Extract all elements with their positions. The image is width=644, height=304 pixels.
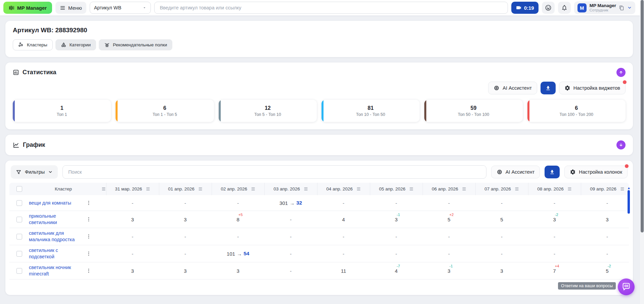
download-statistics-button[interactable] (541, 82, 556, 94)
filters-button[interactable]: Фильтры (11, 165, 58, 179)
cluster-link[interactable]: вещи для комнаты (29, 200, 82, 206)
user-menu[interactable]: M MP Manager Сотрудник (574, 1, 635, 14)
empty-value: - (606, 234, 608, 240)
download-table-button[interactable] (545, 166, 560, 178)
table-header-row: Кластер31 мар. 202601 апр. 202602 апр. 2… (9, 183, 629, 195)
cluster-icon (18, 42, 24, 48)
empty-value: - (237, 200, 239, 206)
article-search-input[interactable] (154, 2, 508, 14)
rank-cell: 3 (106, 262, 159, 279)
row-checkbox[interactable] (16, 268, 22, 274)
rank-cell: 3 (581, 211, 633, 228)
row-checkbox[interactable] (16, 200, 22, 206)
cluster-link[interactable]: прикольные светильники (29, 213, 82, 226)
date-column-header-0: 31 мар. 2026 (106, 183, 159, 195)
rank-cell: 5+2 (423, 211, 475, 228)
rank-value: 4-7 (395, 268, 397, 274)
video-timer-button[interactable]: 0:19 (511, 2, 539, 14)
ai-assistant-button[interactable]: AI Ассистент (488, 82, 537, 94)
kebab-menu-icon[interactable] (86, 251, 91, 257)
kebab-menu-icon[interactable] (86, 216, 91, 222)
download-icon (545, 85, 551, 91)
table-ai-assistant-button[interactable]: AI Ассистент (491, 166, 540, 178)
rank-from: 301 (280, 200, 288, 206)
menu-button[interactable]: Меню (55, 2, 86, 14)
arrow-right-icon: → (237, 251, 242, 257)
chevron-down-icon (48, 170, 53, 174)
empty-value: - (237, 234, 239, 240)
rank-cell: - (264, 211, 317, 228)
kebab-menu-icon[interactable] (86, 200, 91, 206)
empty-value: - (184, 251, 186, 257)
chat-bubble-icon (621, 282, 631, 292)
user-role: Сотрудник (590, 8, 616, 12)
rank-cell: 4-7 (370, 262, 423, 279)
expand-chart-button[interactable] (616, 140, 626, 149)
rank-cell: - (317, 245, 370, 262)
search-type-select[interactable]: Артикул WB (90, 2, 151, 14)
tab-2[interactable]: Рекомендательные полки (99, 39, 172, 50)
rank-cell: - (528, 195, 581, 211)
rank-cell: - (475, 195, 528, 211)
app-logo[interactable]: MP Manager (3, 2, 52, 14)
rank-value: 3 (184, 268, 186, 274)
statistics-title-row: Статистика (13, 69, 56, 76)
notification-dot (623, 80, 627, 84)
page-scrollbar-thumb[interactable] (641, 0, 644, 232)
column-menu-icon[interactable] (620, 187, 625, 191)
column-menu-icon[interactable] (303, 187, 308, 191)
column-menu-icon[interactable] (101, 187, 106, 191)
cluster-link[interactable]: светильник с подсветкой (29, 247, 82, 260)
copy-icon[interactable] (619, 5, 624, 10)
row-checkbox[interactable] (16, 251, 22, 257)
rank-cell: 3-1 (423, 262, 475, 279)
table-search-input[interactable] (62, 165, 486, 179)
column-menu-icon[interactable] (567, 187, 572, 191)
cluster-link[interactable]: светильник ночник minecraft (29, 264, 82, 277)
rank-cell: - (212, 228, 264, 245)
kebab-menu-icon[interactable] (86, 268, 91, 274)
column-menu-icon[interactable] (409, 187, 414, 191)
tab-label: Категории (70, 42, 91, 47)
statistics-title: Статистика (23, 69, 56, 76)
stat-card-1: 6Топ 1 - Топ 5 (116, 100, 214, 122)
rank-cell: - (212, 195, 264, 211)
menu-label: Меню (68, 5, 82, 11)
column-menu-icon[interactable] (198, 187, 203, 191)
column-menu-icon[interactable] (251, 187, 256, 191)
widget-settings-button[interactable]: Настройка виджетов (559, 82, 626, 94)
column-menu-icon[interactable] (462, 187, 467, 191)
empty-value: - (395, 234, 397, 240)
mood-button[interactable] (542, 2, 555, 14)
rank-cell: 3 (475, 262, 528, 279)
empty-value: - (343, 234, 344, 240)
search-type-value: Артикул WB (94, 5, 121, 10)
chat-button[interactable] (618, 278, 635, 295)
select-all-checkbox[interactable] (16, 186, 22, 192)
row-checkbox[interactable] (16, 234, 22, 240)
date-label: 07 апр. 2026 (484, 186, 511, 191)
column-menu-icon[interactable] (356, 187, 361, 191)
column-menu-icon[interactable] (145, 187, 151, 191)
statistics-card: Статистика AI Ассистент Настройка вид (5, 62, 633, 129)
notifications-button[interactable] (558, 2, 571, 14)
rank-value: 3 (131, 217, 134, 222)
date-label: 02 апр. 2026 (221, 186, 247, 191)
stat-label: Топ 100 - Топ 200 (560, 112, 594, 117)
stat-card-0: 1Топ 1 (13, 100, 111, 122)
empty-value: - (290, 268, 292, 274)
stat-label: Топ 1 (57, 112, 67, 117)
column-settings-button[interactable]: Настройка колонок (564, 166, 628, 178)
table-vertical-scrollbar[interactable] (628, 190, 630, 214)
notification-dot (625, 164, 629, 168)
tab-0[interactable]: Кластеры (13, 39, 53, 50)
tab-1[interactable]: Категории (55, 39, 96, 50)
column-menu-icon[interactable] (514, 187, 519, 191)
row-checkbox[interactable] (16, 217, 22, 222)
collapse-statistics-button[interactable] (616, 68, 626, 77)
timer-value: 0:19 (524, 5, 534, 11)
arrow-up-icon (619, 70, 623, 75)
empty-value: - (554, 200, 555, 206)
cluster-link[interactable]: светильник для мальчика подростка (29, 230, 82, 243)
kebab-menu-icon[interactable] (86, 233, 91, 240)
